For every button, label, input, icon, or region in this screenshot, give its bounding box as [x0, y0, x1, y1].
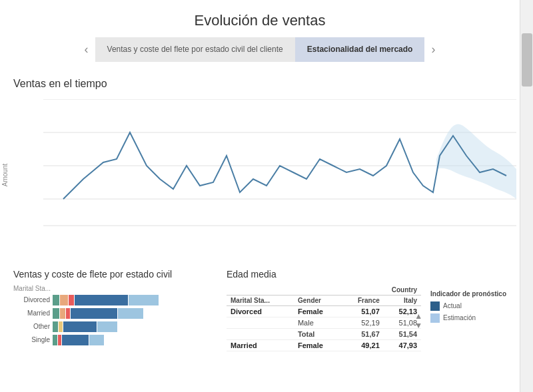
bar-row-married: Married — [13, 308, 213, 319]
col-country: Country — [341, 285, 421, 295]
bar-chart-title: Ventas y coste de flete por estado civil — [13, 269, 213, 280]
cell-divorced-total-france: 51,67 — [341, 328, 384, 339]
time-chart-title: Ventas en el tiempo — [0, 73, 520, 93]
bottom-section: Ventas y coste de flete por estado civil… — [0, 269, 520, 351]
cell-divorced-label: Divorced — [227, 305, 294, 317]
table-scroll-arrow[interactable]: ▲▼ — [414, 311, 421, 330]
cell-married-female-italy: 47,93 — [384, 339, 421, 351]
y-axis-label: Amount — [1, 164, 9, 186]
cell-empty2 — [227, 328, 294, 339]
cell-married-female-france: 49,21 — [341, 339, 384, 351]
table-row-divorced-male: Male 52,19 51,08 — [227, 317, 421, 328]
legend-color-actual — [430, 301, 440, 311]
scrollbar-thumb[interactable] — [522, 33, 532, 87]
bar-label-married: Married — [13, 309, 50, 317]
time-chart-container: Amount 150K 100K 50K 0K — [0, 93, 520, 258]
nav-tabs: ‹ Ventas y coste del flete por estado ci… — [0, 37, 520, 62]
table-scroll: Country Marital Sta... Gender France Ita… — [227, 285, 421, 351]
legend-label-estimacion: Estimación — [443, 314, 476, 321]
table-wrapper: Country Marital Sta... Gender France Ita… — [227, 285, 506, 351]
col-marital-label: Marital Sta... — [227, 295, 294, 305]
cell-married-female-gender: Female — [294, 339, 341, 351]
legend: Indicador de pronóstico Actual Estimació… — [430, 290, 506, 351]
cell-divorced-total-italy: 51,54 — [384, 328, 421, 339]
bar-row-divorced: Divorced — [13, 295, 213, 305]
legend-title: Indicador de pronóstico — [430, 290, 506, 297]
bar-axis-label: Marital Sta... — [13, 285, 213, 292]
cell-divorced-male-france: 52,19 — [341, 317, 384, 328]
legend-item-estimacion: Estimación — [430, 313, 506, 323]
cell-married-label: Married — [227, 339, 294, 351]
right-panel: Edad media Country Marital — [227, 269, 506, 351]
nav-left-arrow[interactable]: ‹ — [78, 43, 95, 55]
bar-chart-area: Marital Sta... Divorced — [13, 285, 213, 345]
cell-divorced-total-gender: Total — [294, 328, 341, 339]
table-row-married-header: Married Female 49,21 47,93 — [227, 339, 421, 351]
table-row-divorced-total: Total 51,67 51,54 — [227, 328, 421, 339]
legend-color-estimacion — [430, 313, 440, 323]
bar-row-other: Other — [13, 321, 213, 332]
col-gender — [294, 285, 341, 295]
time-series-chart: 150K 100K 50K 0K 2015 2016 2017 2018 201… — [43, 99, 516, 232]
cell-empty1 — [227, 317, 294, 328]
cell-divorced-male-gender: Male — [294, 317, 341, 328]
left-panel: Ventas y coste de flete por estado civil… — [13, 269, 213, 351]
table-row-divorced-header: Divorced Female 51,07 52,13 — [227, 305, 421, 317]
tab-estacionalidad[interactable]: Estacionalidad del mercado — [295, 37, 425, 62]
col-gender-label: Gender — [294, 295, 341, 305]
cell-divorced-female-gender: Female — [294, 305, 341, 317]
bar-row-single: Single — [13, 335, 213, 345]
bar-label-divorced: Divorced — [13, 296, 50, 303]
bar-label-single: Single — [13, 336, 50, 343]
data-table: Country Marital Sta... Gender France Ita… — [227, 285, 421, 351]
col-italy: Italy — [384, 295, 421, 305]
legend-item-actual: Actual — [430, 301, 506, 311]
nav-right-arrow[interactable]: › — [424, 43, 442, 55]
col-france: France — [341, 295, 384, 305]
scrollbar[interactable] — [520, 0, 533, 392]
table-title: Edad media — [227, 269, 506, 280]
cell-divorced-female-france: 51,07 — [341, 305, 384, 317]
legend-label-actual: Actual — [443, 302, 462, 309]
page-title: Evolución de ventas — [0, 0, 520, 37]
tab-ventas-coste[interactable]: Ventas y coste del flete por estado civi… — [95, 37, 295, 62]
col-marital — [227, 285, 294, 295]
bar-label-other: Other — [13, 323, 50, 330]
